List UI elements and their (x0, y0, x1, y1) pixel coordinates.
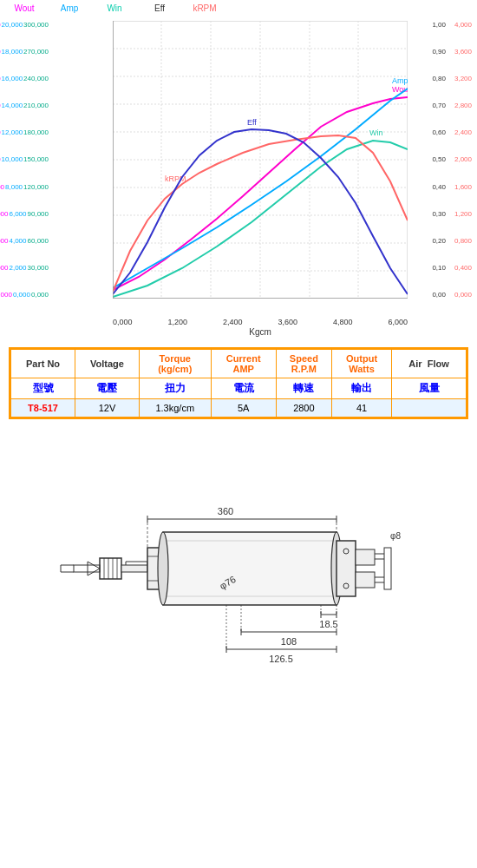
svg-rect-31 (100, 558, 121, 579)
legend-krpm: kRPM (182, 3, 227, 13)
col-part-no: Part No (11, 350, 75, 378)
col-speed: SpeedR.P.M (276, 350, 331, 378)
diagram-svg: φ76 φ8 360 18.5 108 126.5 (56, 437, 421, 732)
col-cn-speed: 轉速 (276, 378, 331, 399)
col-cn-torque: 扭力 (139, 378, 211, 399)
col-output: OutputWatts (332, 350, 392, 378)
cell-voltage: 12V (75, 399, 140, 418)
legend-amp: Amp (47, 3, 92, 13)
svg-text:108: 108 (281, 636, 297, 647)
svg-rect-36 (121, 565, 147, 572)
cell-current: 5A (211, 399, 276, 418)
legend-eff: Eff (137, 3, 182, 13)
col-cn-airflow: 風量 (392, 378, 467, 399)
svg-point-46 (158, 532, 168, 605)
chart-section: Wout Amp Win Eff kRPM 90,000 20,000 300,… (0, 0, 477, 339)
cell-part-no: T8-517 (11, 399, 75, 418)
svg-text:126.5: 126.5 (269, 654, 293, 664)
col-torque: Torque(kg/cm) (139, 350, 211, 378)
svg-text:Amp: Amp (392, 76, 408, 85)
svg-text:φ8: φ8 (390, 531, 401, 541)
cell-airflow (392, 399, 467, 418)
svg-text:360: 360 (218, 506, 233, 516)
spec-table: Part No Voltage Torque(kg/cm) CurrentAMP… (10, 349, 467, 418)
col-voltage: Voltage (75, 350, 140, 378)
svg-text:18.5: 18.5 (319, 619, 337, 629)
svg-marker-30 (88, 562, 100, 575)
svg-text:Eff: Eff (247, 118, 257, 127)
svg-rect-51 (356, 549, 375, 565)
col-cn-output: 輸出 (332, 378, 392, 399)
spec-table-section: Part No Voltage Torque(kg/cm) CurrentAMP… (9, 347, 468, 419)
svg-text:Win: Win (369, 128, 383, 137)
legend-wout: Wout (2, 3, 47, 13)
svg-rect-48 (337, 541, 356, 596)
svg-rect-57 (384, 548, 391, 589)
chart-svg: Wout Amp Win kRPM Eff (113, 21, 408, 299)
legend-win: Win (92, 3, 137, 13)
cell-speed: 2800 (276, 399, 331, 418)
x-axis-title: Kgcm (113, 327, 408, 337)
col-cn-voltage: 電壓 (75, 378, 140, 399)
col-cn-current: 電流 (211, 378, 276, 399)
diagram-section: φ76 φ8 360 18.5 108 126.5 (56, 437, 421, 734)
col-cn-part-no: 型號 (11, 378, 75, 399)
svg-rect-43 (163, 532, 337, 605)
col-airflow: Air Flow (392, 350, 467, 378)
col-current: CurrentAMP (211, 350, 276, 378)
table-row: T8-517 12V 1.3kg/cm 5A 2800 41 (11, 399, 467, 418)
cell-torque: 1.3kg/cm (139, 399, 211, 418)
svg-rect-52 (356, 572, 375, 588)
cell-output: 41 (332, 399, 392, 418)
